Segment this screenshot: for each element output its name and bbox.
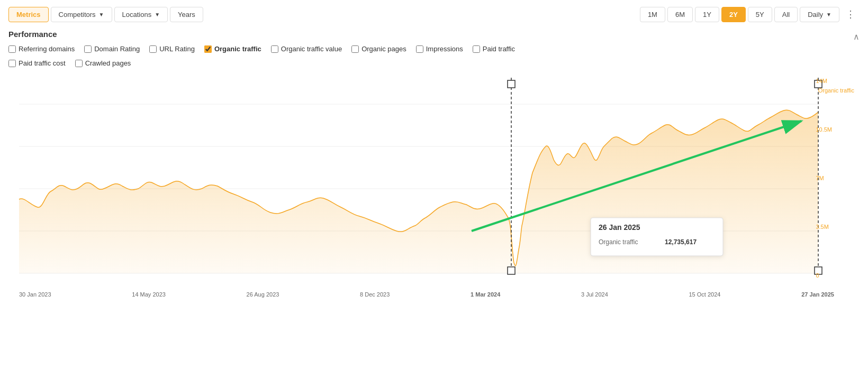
checkbox-organic-traffic-input[interactable] [204, 45, 212, 53]
svg-rect-8 [815, 80, 822, 88]
locations-button[interactable]: Locations ▼ [114, 7, 168, 22]
competitors-chevron-icon: ▼ [99, 12, 104, 17]
period-1m-button[interactable]: 1M [640, 7, 665, 22]
checkbox-organic-traffic-value-label: Organic traffic value [281, 45, 342, 53]
x-label-jan2025: 27 Jan 2025 [801, 291, 834, 298]
svg-text:26 Jan 2025: 26 Jan 2025 [599, 223, 640, 232]
checkbox-paid-traffic-cost-label: Paid traffic cost [19, 59, 66, 67]
period-5y-button[interactable]: 5Y [748, 7, 772, 22]
checkbox-impressions-input[interactable] [416, 45, 423, 53]
x-label-mar2024: 1 Mar 2024 [471, 291, 500, 298]
checkbox-impressions[interactable]: Impressions [416, 45, 463, 53]
x-axis-labels: 30 Jan 2023 14 May 2023 26 Aug 2023 8 De… [8, 289, 845, 298]
checkboxes-row-2: Paid traffic cost Crawled pages [8, 59, 525, 70]
x-label-jul2024: 3 Jul 2024 [581, 291, 608, 298]
checkbox-domain-rating-input[interactable] [84, 45, 92, 53]
x-label-jan2023: 30 Jan 2023 [19, 291, 51, 298]
more-options-button[interactable]: ⋮ [842, 6, 860, 22]
svg-text:12,735,617: 12,735,617 [665, 238, 697, 246]
checkbox-organic-traffic[interactable]: Organic traffic [204, 45, 261, 53]
checkbox-paid-traffic-input[interactable] [473, 45, 480, 53]
competitors-button[interactable]: Competitors ▼ [51, 7, 112, 22]
checkbox-url-rating-label: URL Rating [159, 45, 195, 53]
checkboxes-row-1: Referring domains Domain Rating URL Rati… [8, 45, 525, 56]
checkbox-crawled-pages-input[interactable] [75, 60, 83, 67]
checkbox-domain-rating-label: Domain Rating [94, 45, 140, 53]
toolbar: Metrics Competitors ▼ Locations ▼ Years … [8, 6, 860, 22]
x-label-oct2024: 15 Oct 2024 [689, 291, 720, 298]
checkbox-paid-traffic[interactable]: Paid traffic [473, 45, 515, 53]
collapse-button[interactable]: ∧ [853, 32, 860, 42]
svg-rect-10 [815, 267, 822, 274]
checkbox-organic-pages[interactable]: Organic pages [351, 45, 406, 53]
metrics-button[interactable]: Metrics [8, 7, 49, 22]
checkbox-referring-domains[interactable]: Referring domains [8, 45, 75, 53]
organic-traffic-axis-label: Organic traffic [818, 87, 854, 94]
period-6m-button[interactable]: 6M [667, 7, 693, 22]
main-container: Metrics Competitors ▼ Locations ▼ Years … [0, 0, 868, 370]
checkbox-organic-pages-label: Organic pages [361, 45, 406, 53]
checkbox-impressions-label: Impressions [426, 45, 463, 53]
x-label-aug2023: 26 Aug 2023 [247, 291, 279, 298]
checkbox-paid-traffic-label: Paid traffic [483, 45, 515, 53]
checkbox-crawled-pages-label: Crawled pages [85, 59, 131, 67]
daily-chevron-icon: ▼ [826, 12, 831, 17]
checkbox-crawled-pages[interactable]: Crawled pages [75, 59, 131, 67]
checkbox-referring-domains-input[interactable] [8, 45, 16, 53]
checkbox-paid-traffic-cost[interactable]: Paid traffic cost [8, 59, 66, 67]
checkbox-organic-traffic-value-input[interactable] [271, 45, 278, 53]
period-2y-button[interactable]: 2Y [721, 7, 746, 22]
daily-button[interactable]: Daily ▼ [800, 7, 839, 22]
checkbox-organic-traffic-label: Organic traffic [214, 45, 261, 53]
checkbox-organic-pages-input[interactable] [351, 45, 359, 53]
checkbox-referring-domains-label: Referring domains [19, 45, 75, 53]
locations-chevron-icon: ▼ [155, 12, 160, 17]
toolbar-left: Metrics Competitors ▼ Locations ▼ Years [8, 7, 203, 22]
checkbox-domain-rating[interactable]: Domain Rating [84, 45, 140, 53]
performance-title: Performance [8, 30, 525, 39]
years-button[interactable]: Years [170, 7, 203, 22]
toolbar-right: 1M 6M 1Y 2Y 5Y All Daily ▼ ⋮ [640, 6, 860, 22]
checkbox-organic-traffic-value[interactable]: Organic traffic value [271, 45, 342, 53]
checkbox-url-rating[interactable]: URL Rating [149, 45, 195, 53]
checkbox-url-rating-input[interactable] [149, 45, 157, 53]
period-all-button[interactable]: All [774, 7, 798, 22]
chart-area: 26 Jan 2025 Organic traffic 12,735,617 O… [8, 78, 860, 298]
x-label-dec2023: 8 Dec 2023 [360, 291, 390, 298]
svg-text:Organic traffic: Organic traffic [599, 238, 638, 246]
chart-svg: 26 Jan 2025 Organic traffic 12,735,617 [8, 78, 845, 289]
period-1y-button[interactable]: 1Y [695, 7, 719, 22]
x-label-may2023: 14 May 2023 [132, 291, 166, 298]
svg-rect-9 [508, 267, 515, 274]
svg-rect-7 [508, 80, 515, 88]
checkbox-paid-traffic-cost-input[interactable] [8, 60, 16, 67]
